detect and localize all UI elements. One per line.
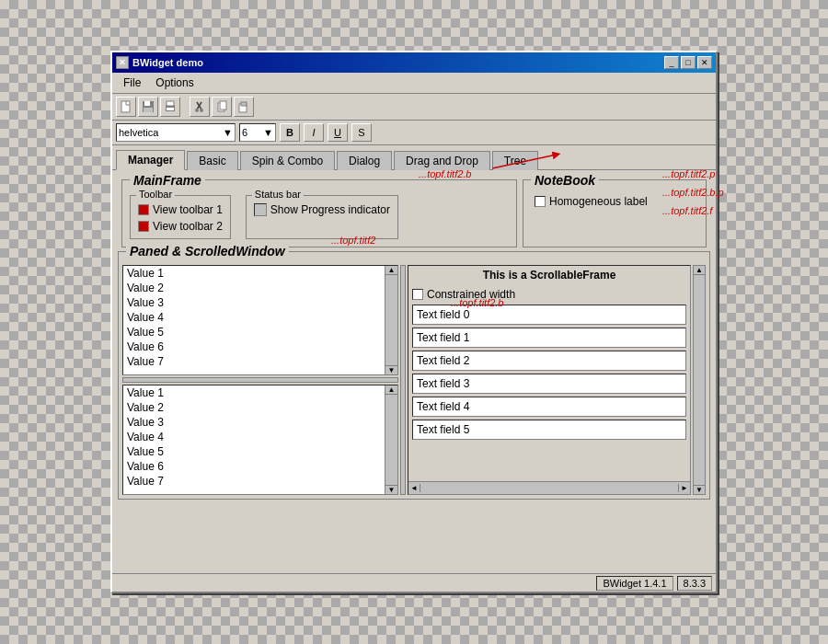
new-button[interactable] [116,97,136,117]
print-icon [164,100,177,113]
save-button[interactable] [138,97,158,117]
list-item[interactable]: Value 2 [123,400,385,415]
list-item[interactable]: Value 2 [123,281,385,295]
statusbar-group: Status bar Show Progress indicator [246,195,398,239]
toolbar2-label: View toolbar 2 [153,220,223,233]
list-item[interactable]: Value 1 [123,385,385,400]
bwidget-version: BWidget 1.4.1 [596,576,673,591]
toolbar1-label: View toolbar 1 [153,203,223,216]
right-scrollbar[interactable]: ▲ ▼ [693,265,706,495]
menu-bar: File Options [112,73,716,94]
top-listbox[interactable]: Value 1 Value 2 Value 3 Value 4 Value 5 … [123,266,385,374]
new-icon [120,100,132,113]
copy-button[interactable] [212,97,232,117]
list-item[interactable]: Value 4 [123,430,385,444]
cut-icon [193,100,206,113]
list-item[interactable]: Value 6 [123,339,385,354]
tab-drag-drop[interactable]: Drag and Drop [394,151,490,170]
bottom-listbox[interactable]: Value 1 Value 2 Value 3 Value 4 Value 5 … [123,385,385,494]
text-field-0[interactable]: Text field 0 [412,305,686,325]
size-selector[interactable]: 6 ▼ [239,123,276,142]
underline-icon: U [334,127,341,138]
strikethrough-button[interactable]: S [351,123,372,142]
top-listbox-container: Value 1 Value 2 Value 3 Value 4 Value 5 … [122,265,398,375]
svg-rect-3 [144,108,153,112]
list-item[interactable]: Value 1 [123,266,385,281]
top-listbox-scrollbar[interactable]: ▲ ▼ [385,266,397,374]
size-dropdown-icon: ▼ [263,127,273,138]
list-item[interactable]: Value 5 [123,325,385,339]
bold-button[interactable]: B [280,123,300,142]
list-item[interactable]: Value 6 [123,459,385,474]
close-button[interactable]: ✕ [697,56,712,69]
main-toolbar [112,94,716,121]
list-item[interactable]: Value 7 [123,474,385,489]
list-item[interactable]: Value 3 [123,415,385,430]
tab-spin-combo[interactable]: Spin & Combo [240,151,335,170]
scrollable-header: This is a ScrollableFrame [408,266,690,284]
minimize-button[interactable]: _ [664,56,679,69]
progress-checkbox[interactable] [254,203,267,216]
tab-basic[interactable]: Basic [187,151,237,170]
svg-rect-6 [167,108,174,110]
homogeneous-row: Homogeneous label [535,195,695,208]
tab-dialog[interactable]: Dialog [337,151,392,170]
text-field-2[interactable]: Text field 2 [412,351,686,371]
homogeneous-checkbox[interactable] [535,196,546,207]
underline-button[interactable]: U [328,123,348,142]
strikethrough-icon: S [358,127,364,138]
italic-icon: I [312,127,315,138]
bottom-listbox-scrollbar[interactable]: ▲ ▼ [385,385,397,494]
list-item[interactable]: Value 3 [123,295,385,310]
tab-tree[interactable]: Tree [492,151,538,170]
menu-file[interactable]: File [116,75,148,91]
text-field-1[interactable]: Text field 1 [412,328,686,348]
svg-rect-5 [167,101,174,106]
constrained-width-row: Constrained width [412,288,686,301]
paned-section: Paned & ScrolledWindow Value 1 Value 2 V… [118,251,710,500]
tabs-container: Manager Basic Spin & Combo Dialog Drag a… [112,145,716,170]
toolbar-item-1: View toolbar 1 [138,203,223,216]
italic-button[interactable]: I [304,123,324,142]
vertical-paned-divider[interactable] [400,265,406,495]
progress-row: Show Progress indicator [254,203,390,216]
h-scrollbar[interactable]: ◄ ► [408,481,690,494]
notebook-title: NoteBook [531,173,599,188]
list-item[interactable]: Value 7 [123,354,385,369]
text-field-3[interactable]: Text field 3 [412,374,686,394]
window-title: BWidget demo [132,57,203,68]
cut-button[interactable] [190,97,210,117]
tab-manager[interactable]: Manager [116,150,185,170]
copy-icon [215,100,228,113]
bottom-listbox-container: Value 1 Value 2 Value 3 Value 4 Value 5 … [122,385,398,495]
toolbar2-color [138,221,149,232]
toolbar-group: Toolbar View toolbar 1 View toolbar 2 [130,195,231,239]
status-bar: BWidget 1.4.1 8.3.3 [112,573,716,592]
font-selector[interactable]: helvetica ▼ [116,123,236,142]
text-field-5[interactable]: Text field 5 [412,420,686,440]
list-item[interactable]: Value 4 [123,310,385,325]
maximize-button[interactable]: □ [681,56,696,69]
scrollable-content: Constrained width Text field 0 Text fiel… [408,284,690,481]
paned-content: Value 1 Value 2 Value 3 Value 4 Value 5 … [122,265,706,495]
list-item[interactable]: Value 5 [123,444,385,459]
title-bar-left: ✕ BWidget demo [116,56,203,69]
paned-divider[interactable] [122,377,398,383]
top-frame-container: MainFrame Toolbar View toolbar 1 [118,176,710,251]
paned-title: Paned & ScrolledWindow [126,244,289,259]
progress-label: Show Progress indicator [270,203,390,216]
tcl-version: 8.3.3 [677,576,712,591]
paste-icon [237,100,250,113]
main-content: MainFrame Toolbar View toolbar 1 [112,170,716,505]
font-value: helvetica [119,127,158,138]
bold-icon: B [286,127,293,138]
app-icon: ✕ [116,56,129,69]
homogeneous-label: Homogeneous label [549,195,648,208]
toolbar-item-2: View toolbar 2 [138,220,223,233]
menu-options[interactable]: Options [148,75,201,91]
text-field-4[interactable]: Text field 4 [412,397,686,417]
print-button[interactable] [160,97,180,117]
constrained-checkbox[interactable] [412,289,423,300]
paste-button[interactable] [234,97,254,117]
size-value: 6 [242,127,247,138]
